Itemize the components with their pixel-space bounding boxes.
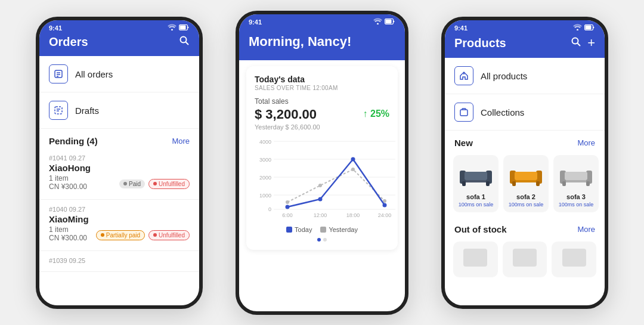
drafts-item[interactable]: Drafts — [39, 92, 199, 129]
sales-change: ↑ 25% — [363, 109, 389, 119]
svg-line-41 — [578, 43, 581, 46]
collections-label: Collections — [481, 107, 524, 117]
status-icons-center — [373, 18, 395, 26]
legend-today-dot — [286, 227, 292, 233]
new-more[interactable]: More — [577, 138, 595, 147]
svg-point-3 — [181, 37, 187, 43]
products-title: Products — [454, 36, 506, 50]
wifi-icon-center — [373, 18, 382, 26]
greeting: Morning, Nancy! — [249, 34, 395, 49]
oos-product-3[interactable] — [552, 242, 596, 277]
order-1040[interactable]: #1040 09.27 XiaoMing 1 item CN ¥300.00 P… — [39, 200, 199, 251]
status-bar-left: 9:41 — [39, 20, 199, 34]
svg-rect-55 — [536, 181, 540, 186]
orders-title: Orders — [49, 35, 88, 49]
battery-icon-center — [385, 18, 395, 26]
sales-chart: 4000 3000 2000 1000 0 6:00 12:00 18:00 2… — [255, 137, 389, 233]
product-grid: sofa 1 100ms on sale sofa 2 — [445, 150, 605, 217]
svg-rect-59 — [565, 172, 587, 180]
sales-row: $ 3,200.00 ↑ 25% — [255, 106, 389, 122]
legend-yesterday-label: Yesterday — [329, 226, 358, 233]
svg-text:24:00: 24:00 — [378, 212, 392, 218]
order-1040-name: XiaoMing — [49, 214, 190, 224]
time-right: 9:41 — [454, 24, 467, 32]
order-1041[interactable]: #1041 09.27 XiaoHong 1 item CN ¥300.00 P… — [39, 148, 199, 200]
order-1039-meta: #1039 09.25 — [49, 257, 190, 264]
sofa3-name: sofa 3 — [566, 193, 586, 200]
svg-point-31 — [351, 168, 355, 171]
sofa1-img — [458, 160, 494, 190]
order-1040-tags: Partially paid Unfulfilled — [96, 230, 190, 240]
product-sofa2[interactable]: sofa 2 100ms on sale — [503, 155, 549, 212]
all-products-icon — [454, 66, 473, 85]
svg-point-0 — [171, 29, 173, 31]
svg-text:2000: 2000 — [259, 175, 271, 181]
order-1040-meta: #1040 09.27 — [49, 206, 190, 213]
time-center: 9:41 — [249, 18, 262, 26]
all-orders-icon — [49, 64, 68, 83]
sofa2-badge: 100ms on sale — [509, 202, 544, 208]
all-products-label: All products — [481, 71, 527, 81]
svg-rect-48 — [462, 181, 466, 186]
svg-rect-2 — [180, 25, 186, 29]
wifi-icon-right — [573, 24, 582, 32]
svg-point-12 — [377, 23, 379, 25]
yesterday-value: Yesterday $ 26,600.00 — [255, 123, 389, 131]
status-icons-left — [168, 24, 190, 32]
total-sales-label: Total sales — [255, 97, 389, 106]
pending-more[interactable]: More — [172, 137, 190, 146]
svg-point-40 — [572, 38, 578, 44]
svg-text:4000: 4000 — [259, 139, 271, 145]
sales-card: Today's data SALES OVER TIME 12:00AM Tot… — [246, 66, 398, 250]
oos-product-1[interactable] — [453, 242, 498, 277]
card-subtitle: SALES OVER TIME 12:00AM — [255, 85, 389, 91]
svg-text:1000: 1000 — [259, 193, 271, 199]
oos-product-2[interactable] — [503, 242, 547, 277]
order-1040-detail: 1 item CN ¥300.00 — [49, 225, 87, 242]
tag-unfulfilled-1041: Unfulfilled — [148, 179, 190, 189]
svg-rect-53 — [515, 172, 537, 180]
wifi-icon-left — [168, 24, 177, 32]
product-sofa1[interactable]: sofa 1 100ms on sale — [453, 155, 499, 212]
all-orders-item[interactable]: All orders — [39, 56, 199, 92]
svg-rect-14 — [386, 19, 392, 23]
product-sofa3[interactable]: sofa 3 100ms on sale — [553, 155, 599, 212]
legend-yesterday-dot — [320, 227, 326, 233]
page-dot-1 — [317, 238, 321, 242]
card-title: Today's data — [255, 75, 389, 84]
new-title: New — [454, 138, 473, 148]
orders-header-icons — [179, 35, 190, 49]
tag-unfulfilled-1040: Unfulfilled — [148, 230, 190, 240]
chart-legend: Today Yesterday — [255, 226, 389, 233]
svg-text:12:00: 12:00 — [314, 212, 327, 218]
phone-products: 9:41 Products + — [441, 17, 608, 309]
svg-rect-60 — [562, 181, 566, 186]
drafts-icon — [49, 101, 68, 120]
svg-rect-9 — [55, 107, 62, 114]
search-icon-products[interactable] — [571, 36, 581, 50]
svg-point-33 — [286, 205, 290, 209]
add-product-icon[interactable]: + — [587, 35, 595, 51]
sofa3-badge: 100ms on sale — [559, 202, 594, 208]
svg-line-4 — [186, 42, 189, 45]
order-1039[interactable]: #1039 09.25 — [39, 251, 199, 272]
collections-item[interactable]: Collections — [445, 94, 605, 131]
battery-icon-left — [179, 24, 190, 32]
status-bar-center: 9:41 — [239, 14, 405, 28]
order-1041-detail: 1 item CN ¥300.00 — [49, 174, 87, 191]
sofa3-img — [558, 160, 594, 190]
out-of-stock-more[interactable]: More — [577, 225, 595, 234]
svg-point-34 — [318, 197, 323, 202]
products-header-icons: + — [571, 35, 595, 51]
svg-point-42 — [463, 73, 465, 75]
all-products-item[interactable]: All products — [445, 58, 605, 94]
svg-point-35 — [351, 157, 355, 162]
out-of-stock-title: Out of stock — [454, 224, 507, 234]
search-icon-orders[interactable] — [179, 35, 190, 49]
order-1041-tags: Paid Unfulfilled — [119, 179, 190, 189]
page-dots — [255, 238, 389, 242]
total-sales-value: $ 3,200.00 — [255, 107, 317, 122]
svg-text:0: 0 — [268, 206, 271, 212]
svg-text:3000: 3000 — [259, 157, 271, 163]
svg-point-29 — [286, 200, 289, 204]
